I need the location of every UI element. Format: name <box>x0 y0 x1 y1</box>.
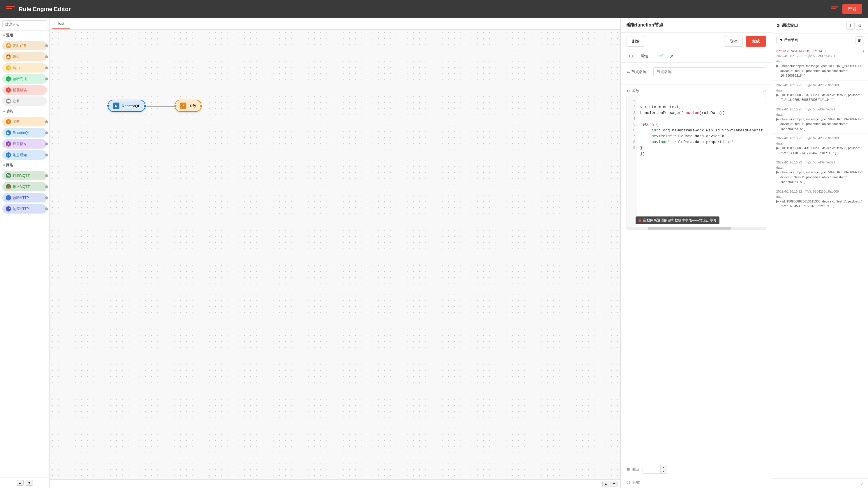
sidebar-scroll-controls: ▲ ▼ <box>0 477 49 488</box>
sidebar-item-reactorql[interactable]: ▶ ReactorQL <box>2 128 47 138</box>
stepper-down-button[interactable]: ▼ <box>660 469 667 474</box>
debug-log-item: {"a":12.25745426/390813,"b":14...} } 202… <box>772 47 868 81</box>
debug-log-content-3: ▶ { id: 1509806869431390200, deviceId: "… <box>776 146 864 155</box>
editor-panel: 编辑function节点 删除 取消 完成 ⚙ 属性 📄 ↗ 🏷 节点名称 <box>620 18 772 488</box>
debug-log: {"a":12.25745426/390813,"b":14...} } 202… <box>772 47 868 478</box>
stepper-up-button[interactable]: ▲ <box>660 465 667 469</box>
catch-icon: ! <box>6 87 11 93</box>
http-res-icon: ↩ <box>6 206 11 212</box>
debug-header: ⚙ 调试窗口 ℹ ⚙ <box>772 18 868 33</box>
function-icon: ⚙ <box>626 89 630 93</box>
debug-data-label-3: data : <box>776 142 864 145</box>
debug-data-label-1: data : <box>776 89 864 92</box>
node-output-connector <box>199 104 203 108</box>
canvas-scroll-up-button[interactable]: ▲ <box>602 481 609 487</box>
node-output-connector <box>143 104 147 108</box>
app-logo <box>6 6 15 12</box>
sidebar-item-delay[interactable]: ⏰ 延迟 <box>2 52 47 61</box>
title-bar: Rule Engine Editor 部署 <box>0 0 868 18</box>
editor-actions: 删除 取消 完成 <box>621 33 772 51</box>
sidebar-item-msg[interactable]: ✉ 消息通知 <box>2 150 47 160</box>
timer-icon: ⏱ <box>6 43 11 49</box>
filter-all-nodes-button[interactable]: ▼ 所有节点 <box>776 36 801 44</box>
debug-log-item: 2022/4/1 16:16:21 节点: 568ef09f.5e391 dat… <box>772 105 868 134</box>
clear-debug-button[interactable]: 🗑 <box>855 36 864 44</box>
output-section: ⇶ 输出 1 ▲ ▼ <box>621 462 772 477</box>
expand-arrow-0[interactable]: ▶ <box>776 63 779 68</box>
debug-log-item: 2022/4/1 16:16:22 节点: 568ef09f.5e391 dat… <box>772 158 868 187</box>
filter-icon: ▼ <box>779 38 783 42</box>
canvas-scroll-down-button[interactable]: ▼ <box>611 481 618 487</box>
output-icon: ⇶ <box>626 467 630 472</box>
search-input[interactable] <box>2 21 47 28</box>
status-label: 有效 <box>632 480 640 485</box>
node-name-input[interactable] <box>653 67 766 76</box>
expand-arrow-5[interactable]: ▶ <box>776 199 779 203</box>
debug-log-date-0: 2022/4/1 16:16:21 节点: 568ef09f.5e391 <box>776 54 864 58</box>
sidebar-item-http-mon[interactable]: 🌐 监听HTTP <box>2 193 47 203</box>
monitor-icon: ✓ <box>6 76 11 82</box>
expand-arrow-1[interactable]: ▶ <box>776 93 779 97</box>
settings-icon[interactable]: ⚙ <box>626 51 635 62</box>
connector-dot <box>45 131 48 134</box>
debug-info-button[interactable]: ℹ <box>846 22 855 30</box>
sidebar-item-route[interactable]: ↗ 路由 <box>2 63 47 72</box>
code-section-title: ⚙ 函数 ⤢ <box>626 88 766 93</box>
node-name-row: 🏷 节点名称 <box>626 67 766 76</box>
error-tooltip: 函数内所返回的键和数据库字段——对应起即可 <box>636 216 719 224</box>
debug-log-item: 2022/4/1 16:16:22 节点: 8704286d.8ad008 da… <box>772 187 868 211</box>
sidebar-group-function[interactable]: ∨ 功能 <box>0 106 49 116</box>
func-node-label: 函数 <box>189 103 196 109</box>
app-title: Rule Engine Editor <box>19 6 71 12</box>
sidebar-group-network[interactable]: ∨ 网络 <box>0 160 49 170</box>
cancel-button[interactable]: 取消 <box>724 36 743 47</box>
sidebar-item-device[interactable]: ⚡ 设备指令 <box>2 139 47 149</box>
connector-dot <box>45 174 48 177</box>
deploy-button[interactable]: 部署 <box>842 4 862 14</box>
debug-log-content-0: ▶ { headers: object, messageType: "REPOR… <box>776 63 864 78</box>
debug-expand-button[interactable]: ⤢ <box>861 481 864 486</box>
sidebar-item-http-res[interactable]: ↩ 响应HTTP <box>2 204 47 214</box>
debug-log-content-4: ▶ { headers: object, messageType: "REPOR… <box>776 170 864 184</box>
expand-arrow-3[interactable]: ▶ <box>776 146 779 150</box>
sidebar-item-monitor[interactable]: ✓ 监听完成 <box>2 74 47 84</box>
expand-arrow-4[interactable]: ▶ <box>776 170 779 174</box>
code-scrollbar[interactable] <box>627 227 766 230</box>
flow-node-func[interactable]: ƒ 函数 <box>175 100 202 112</box>
connector-dot <box>45 120 48 123</box>
code-content[interactable]: var ctx = context; handler.onMessage(fun… <box>637 96 766 230</box>
debug-settings-button[interactable]: ⚙ <box>856 22 864 30</box>
sidebar-group-general[interactable]: ∨ 通用 <box>0 31 49 40</box>
properties-tab-label[interactable]: 属性 <box>637 51 652 62</box>
sidebar-item-comment[interactable]: 💬 注释 <box>2 96 47 106</box>
code-editor-wrapper[interactable]: 12345 6789 var ctx = context; handler.on… <box>626 96 766 230</box>
sidebar-item-mqtt-pub[interactable]: 📤 推送MQTT <box>2 182 47 191</box>
scroll-up-button[interactable]: ▲ <box>17 480 24 486</box>
expand-button[interactable]: ⤢ <box>763 89 766 93</box>
connector-dot <box>45 185 48 188</box>
sidebar-item-timer[interactable]: ⏱ 定时任务 <box>2 41 47 51</box>
mqtt-pub-icon: 📤 <box>6 184 11 189</box>
flow-node-reactorql[interactable]: ▶ ReactorQL <box>108 100 145 112</box>
debug-log-content-1: ▶ { id: 1509806865237086200, deviceId: "… <box>776 93 864 102</box>
status-bar: 有效 <box>621 477 772 488</box>
canvas-nodes: ▶ ReactorQL ƒ 函数 <box>50 30 620 479</box>
canvas-tab-test[interactable]: test <box>53 19 70 29</box>
line-numbers: 12345 6789 <box>627 96 637 230</box>
external-icon[interactable]: ↗ <box>667 51 676 62</box>
scroll-down-button[interactable]: ▼ <box>26 480 33 486</box>
doc-icon[interactable]: 📄 <box>656 51 666 62</box>
output-value-input[interactable]: 1 <box>643 465 660 474</box>
delete-button[interactable]: 删除 <box>626 36 645 47</box>
expand-arrow-2[interactable]: ▶ <box>776 117 779 121</box>
canvas-area[interactable]: test ▶ ReactorQL ƒ 函数 ▲ ▼ <box>50 18 620 488</box>
complete-button[interactable]: 完成 <box>746 36 766 47</box>
sidebar-item-catch[interactable]: ! 捕获错误 <box>2 85 47 95</box>
func-node-icon: ƒ <box>180 102 186 109</box>
sidebar-item-mqtt-sub[interactable]: 📡 订阅MQTT <box>2 171 47 180</box>
connector-dot <box>45 154 48 156</box>
debug-log-content-5: ▶ { id: 1509806873613111300, deviceId: "… <box>776 199 864 209</box>
debug-icon: ⚙ <box>776 23 780 28</box>
sidebar-item-func[interactable]: ƒ 函数 <box>2 117 47 126</box>
code-editor[interactable]: 12345 6789 var ctx = context; handler.on… <box>627 96 766 230</box>
